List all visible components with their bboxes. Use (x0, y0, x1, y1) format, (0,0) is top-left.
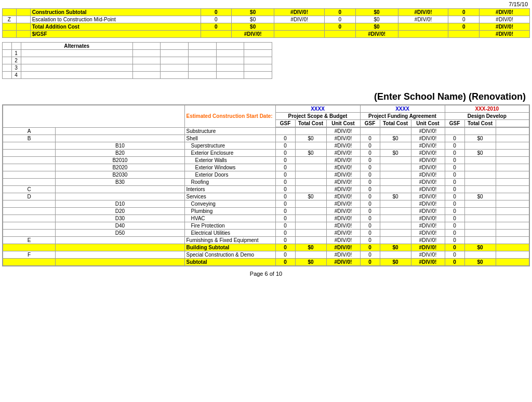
alt-row2-c2 (161, 57, 189, 64)
alt-row2-c1 (132, 57, 161, 64)
alt-row4-c4 (216, 72, 244, 79)
alt-row1-num: 1 (11, 50, 21, 57)
row-d50-sub: D50 (56, 230, 184, 237)
row-d50-div (3, 230, 56, 237)
row-d20-gsf3: 0 (445, 208, 464, 215)
uc1-header: Unit Cost (326, 120, 360, 128)
uc2-header: Unit Cost (411, 120, 445, 128)
alt-letter (3, 43, 12, 50)
row-d20-tc2 (380, 208, 411, 215)
alternates-title: Alternates (21, 43, 132, 50)
tac-gsf: 0 (201, 23, 232, 31)
row-d40-gsf3: 0 (445, 222, 464, 230)
row-b2030: B2030 Exterior Doors 0 #DIV/0! 0 #DIV/0!… (3, 171, 529, 179)
row-b20-sub: B20 (56, 150, 184, 157)
row-d10-gsf1: 0 (275, 200, 295, 208)
psb-label: XXXX (275, 105, 360, 113)
row-a-uc2: #DIV/0! (411, 127, 445, 135)
esc-gsf2: 0 (325, 16, 356, 23)
row-d30-uc2: #DIV/0! (411, 215, 445, 222)
bs-uc3 (496, 244, 529, 251)
row-d50-gsf1: 0 (275, 230, 295, 237)
st-uc3 (496, 259, 529, 266)
pfa-group-label: Project Funding Agreement (360, 113, 445, 120)
row-f-tc2 (380, 251, 411, 259)
tac-gsf2: 0 (325, 23, 356, 31)
bs-gsf1: 0 (275, 244, 295, 251)
row-d50-tc3 (464, 230, 496, 237)
row-d10-gsf2: 0 (360, 200, 380, 208)
row-a-uc1: #DIV/0! (326, 127, 360, 135)
row-f-desc: Special Construction & Demo (184, 251, 275, 259)
bs-uc2: #DIV/0! (411, 244, 445, 251)
row-d30-gsf1: 0 (275, 215, 295, 222)
row-b30: B30 Roofing 0 #DIV/0! 0 #DIV/0! 0 (3, 179, 529, 186)
row-b10-gsf1: 0 (275, 142, 295, 150)
row-b2010-tc3 (464, 157, 496, 164)
alt-row2-num: 2 (11, 57, 21, 64)
row-d30-sub: D30 (56, 215, 184, 222)
cs-tc1: $0 (232, 9, 274, 16)
alt-row4-c5 (244, 72, 272, 79)
row-d20-gsf1: 0 (275, 208, 295, 215)
row-e-gsf2: 0 (360, 237, 380, 244)
row-b2010: B2010 Exterior Walls 0 #DIV/0! 0 #DIV/0!… (3, 157, 529, 164)
alt-row1-c2 (161, 50, 189, 57)
row-d-tc1: $0 (295, 193, 326, 200)
gsf-uc1 (274, 31, 325, 38)
row-b2020-desc: Exterior Windows (184, 164, 275, 171)
row-d30-uc1: #DIV/0! (326, 215, 360, 222)
row-b20-uc2: #DIV/0! (411, 150, 445, 157)
gsf-val3: #DIV/0! (480, 31, 530, 38)
row-b30-sub: B30 (56, 179, 184, 186)
row-d50-desc: Electrical Utilities (184, 230, 275, 237)
alt-row1-c5 (244, 50, 272, 57)
row-f-sub (56, 251, 184, 259)
row-d10-uc2: #DIV/0! (411, 200, 445, 208)
row-b20-tc2: $0 (380, 150, 411, 157)
alt-row3-c3 (189, 64, 217, 72)
row-b2020-tc3 (464, 164, 496, 171)
bs-tc2: $0 (380, 244, 411, 251)
st-tc2: $0 (380, 259, 411, 266)
tac-gsf3: 0 (448, 23, 480, 31)
gsf-letter (3, 31, 17, 38)
alt-row3-c4 (216, 64, 244, 72)
gsf-uc2 (398, 31, 448, 38)
row-b20-gsf3: 0 (445, 150, 464, 157)
alt-row2-c5 (244, 57, 272, 64)
row-b2020-sub: B2020 (56, 164, 184, 171)
pfa-label: XXXX (360, 105, 445, 113)
row-d20-sub: D20 (56, 208, 184, 215)
row-b2020-div (3, 164, 56, 171)
row-b30-uc2: #DIV/0! (411, 179, 445, 186)
row-b2010-tc1 (295, 157, 326, 164)
row-b20-div (3, 150, 56, 157)
alt-row4-c1 (132, 72, 161, 79)
cs-gsf2: 0 (325, 9, 356, 16)
row-d30-div (3, 215, 56, 222)
tc3-header: Total Cost (464, 120, 496, 128)
tac-uc1 (274, 23, 325, 31)
row-b10-uc2: #DIV/0! (411, 142, 445, 150)
top-row-letter (3, 9, 17, 16)
gsf-gsf2 (325, 31, 356, 38)
row-a-gsf3 (445, 127, 464, 135)
tac-uc2 (398, 23, 448, 31)
row-b10-gsf2: 0 (360, 142, 380, 150)
row-d50-gsf3: 0 (445, 230, 464, 237)
alt-col3 (189, 43, 217, 50)
row-c: C Interiors 0 #DIV/0! 0 #DIV/0! 0 (3, 186, 529, 193)
esc-uc2: #DIV/0! (398, 16, 448, 23)
tac-tc1: $0 (232, 23, 274, 31)
row-b20-uc3 (496, 150, 529, 157)
row-d-div: D (3, 193, 56, 200)
tac-tc2: $0 (355, 23, 398, 31)
row-a-gsf2 (360, 127, 380, 135)
row-b2030-sub: B2030 (56, 171, 184, 179)
row-building-subtotal: Building Subtotal 0 $0 #DIV/0! 0 $0 #DIV… (3, 244, 529, 251)
row-e-tc2 (380, 237, 411, 244)
row-e-desc: Furnishings & Fixed Equipment (184, 237, 275, 244)
row-d30-tc3 (464, 215, 496, 222)
row-b2020-uc2: #DIV/0! (411, 164, 445, 171)
